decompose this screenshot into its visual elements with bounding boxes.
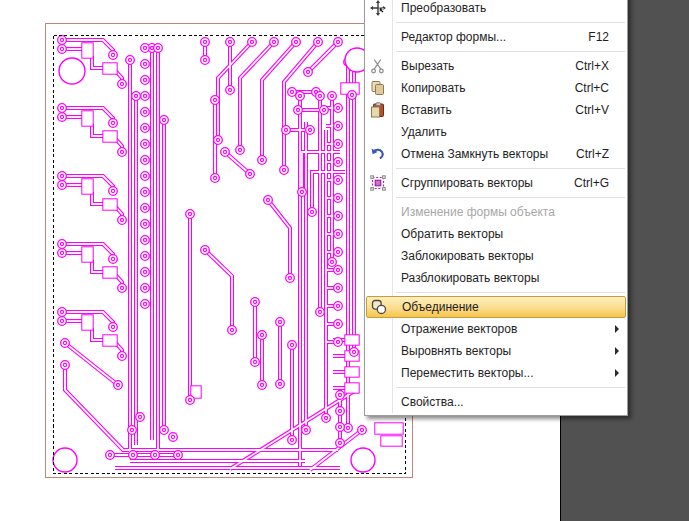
submenu-arrow-icon	[615, 347, 619, 355]
menu-item-lock-vectors[interactable]: Заблокировать векторы	[365, 245, 627, 267]
undo-icon	[370, 146, 386, 162]
menu-item-label: Разблокировать векторы	[401, 271, 539, 285]
menu-separator	[396, 292, 625, 293]
menu-item-edit-object-shape: Изменение формы объекта	[365, 201, 627, 223]
menu-item-mirror-vectors[interactable]: Отражение векторов	[365, 318, 627, 340]
menu-item-label: Заблокировать векторы	[401, 249, 534, 263]
menu-item-label: Выровнять векторы	[401, 344, 511, 358]
menu-item-label: Преобразовать	[401, 1, 486, 15]
menu-separator	[396, 51, 625, 52]
menu-item-shortcut: Ctrl+V	[575, 103, 619, 117]
submenu-arrow-icon	[615, 369, 619, 377]
menu-item-reverse-vectors[interactable]: Обратить векторы	[365, 223, 627, 245]
group-icon	[370, 175, 386, 191]
menu-item-label: Объединение	[402, 300, 479, 314]
menu-item-delete[interactable]: Удалить	[365, 121, 627, 143]
scissors-icon	[370, 58, 386, 74]
menu-item-shortcut: F12	[588, 30, 619, 44]
menu-item-transform[interactable]: Преобразовать	[365, 0, 627, 19]
menu-item-shortcut: Ctrl+G	[574, 176, 619, 190]
menu-item-label: Обратить векторы	[401, 227, 503, 241]
menu-item-undo-close-vectors[interactable]: Отмена Замкнуть векторыCtrl+Z	[365, 143, 627, 165]
submenu-arrow-icon	[615, 325, 619, 333]
menu-item-label: Редактор формы...	[401, 30, 506, 44]
menu-separator	[396, 22, 625, 23]
transform-icon	[370, 0, 386, 16]
menu-item-label: Вставить	[401, 103, 452, 117]
menu-item-label: Отражение векторов	[401, 322, 517, 336]
menu-item-move-vectors[interactable]: Переместить векторы...	[365, 362, 627, 384]
menu-item-unlock-vectors[interactable]: Разблокировать векторы	[365, 267, 627, 289]
menu-item-group-vectors[interactable]: Сгруппировать векторыCtrl+G	[365, 172, 627, 194]
context-menu: ПреобразоватьРедактор формы...F12Вырезат…	[364, 0, 628, 416]
menu-item-union[interactable]: Объединение	[366, 296, 626, 318]
menu-item-label: Переместить векторы...	[401, 366, 534, 380]
menu-item-shortcut: Ctrl+X	[575, 59, 619, 73]
copy-icon	[370, 80, 386, 96]
menu-separator	[396, 387, 625, 388]
menu-item-label: Изменение формы объекта	[401, 205, 555, 219]
menu-item-shortcut: Ctrl+C	[575, 81, 619, 95]
menu-item-label: Сгруппировать векторы	[401, 176, 533, 190]
menu-separator	[396, 197, 625, 198]
menu-item-cut[interactable]: ВырезатьCtrl+X	[365, 55, 627, 77]
menu-separator	[396, 168, 625, 169]
menu-item-label: Удалить	[401, 125, 447, 139]
menu-item-paste[interactable]: ВставитьCtrl+V	[365, 99, 627, 121]
menu-item-label: Копировать	[401, 81, 466, 95]
menu-item-label: Вырезать	[401, 59, 454, 73]
menu-item-label: Отмена Замкнуть векторы	[401, 147, 548, 161]
menu-item-shape-editor[interactable]: Редактор формы...F12	[365, 26, 627, 48]
paste-icon	[370, 102, 386, 118]
menu-item-shortcut: Ctrl+Z	[576, 147, 619, 161]
union-icon	[371, 299, 387, 315]
menu-item-properties[interactable]: Свойства...	[365, 391, 627, 413]
menu-item-label: Свойства...	[401, 395, 464, 409]
menu-item-copy[interactable]: КопироватьCtrl+C	[365, 77, 627, 99]
menu-item-align-vectors[interactable]: Выровнять векторы	[365, 340, 627, 362]
